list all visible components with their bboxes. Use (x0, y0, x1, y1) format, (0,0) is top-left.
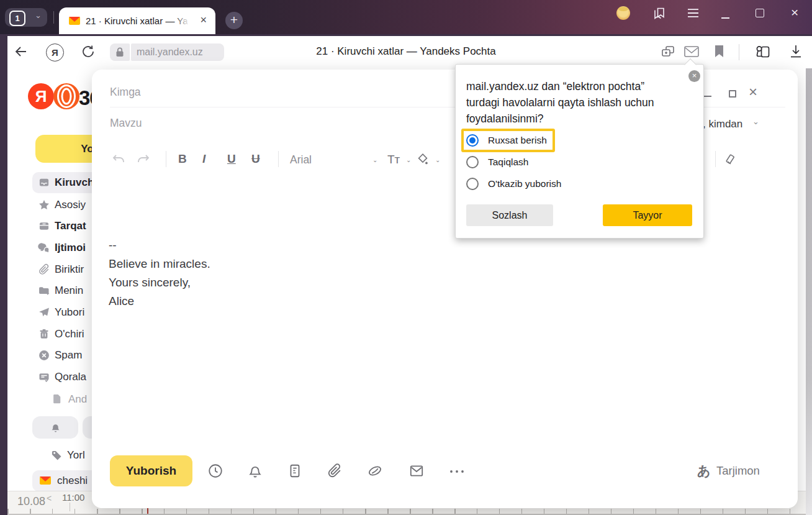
message-body[interactable]: -- Believe in miracles. Yours sincerely,… (109, 236, 210, 311)
font-size-button[interactable]: Tт (387, 153, 400, 166)
folder-label: Yorl (67, 449, 85, 462)
bold-button[interactable]: B (178, 152, 187, 166)
radio-block-label[interactable]: Taqiqlash (488, 157, 529, 168)
divider (278, 151, 279, 167)
tab-kiruvchi-xatlar[interactable]: 21 · Kiruvchi xatlar — Ya × (59, 7, 215, 34)
signature-separator: -- (109, 236, 210, 255)
subject-field[interactable]: Mavzu (110, 117, 142, 130)
dialog-message: mail.yandex.uz dan “elektron pochta” tur… (466, 78, 654, 127)
done-button[interactable]: Tayyor (603, 204, 692, 226)
dialog-message-line: mail.yandex.uz dan “elektron pochta” (466, 78, 654, 94)
sidebar-item-cheshire-account[interactable]: cheshi (32, 470, 101, 491)
browser-window: 1 ⌄ 21 · Kiruvchi xatlar — Ya × + × (0, 0, 812, 515)
chevron-left-icon[interactable]: < (47, 493, 52, 503)
folder-label: Biriktir (55, 263, 84, 276)
inbox-icon (38, 176, 50, 189)
italic-button[interactable]: I (202, 152, 205, 166)
address-bar[interactable]: mail.yandex.uz (131, 43, 224, 61)
timeline-date: 10.08 (17, 495, 45, 508)
tab-title-fade (174, 16, 192, 28)
panels-icon[interactable] (653, 7, 665, 19)
envelope-icon[interactable] (408, 463, 425, 479)
more-options-icon[interactable] (449, 469, 465, 474)
radio-skip-label[interactable]: O'tkazib yuborish (488, 178, 561, 189)
eraser-icon[interactable] (723, 152, 737, 166)
attach-paperclip-icon[interactable] (327, 463, 343, 479)
settings-button[interactable]: Sozlash (466, 204, 553, 226)
trash-icon (38, 328, 50, 340)
folder-label: Yubori (55, 306, 84, 319)
dialog-message-line: foydalanilsinmi? (466, 111, 654, 127)
paperclip-icon (38, 263, 50, 276)
back-icon[interactable] (15, 46, 27, 57)
page-title: 21 · Kiruvchi xatlar — Yandeks Pochta (316, 45, 495, 58)
signature-line: Alice (109, 292, 210, 311)
translator-button[interactable]: Tarjimon (716, 464, 760, 478)
yandex-360-logo-y: Я (28, 83, 54, 109)
radio-skip[interactable] (466, 178, 479, 190)
dialog-close-icon[interactable]: × (688, 70, 700, 82)
folder-label: Spam (55, 349, 82, 362)
to-field[interactable]: Kimga (110, 86, 141, 99)
tab-counter[interactable]: 1 ⌄ (5, 8, 47, 27)
folder-label: O'chiri (55, 328, 84, 340)
translator-icon[interactable]: あ (697, 462, 711, 480)
tab-preview-icon[interactable] (661, 45, 675, 58)
spam-icon (38, 349, 50, 362)
template-icon[interactable] (287, 463, 303, 479)
account-label: cheshi (57, 475, 88, 487)
folder-label: Ijtimoi (55, 242, 86, 254)
chevron-down-icon[interactable]: ⌄ (752, 117, 759, 126)
compose-close-button[interactable]: × (749, 83, 757, 101)
radio-block[interactable] (466, 156, 479, 168)
divider (739, 44, 739, 60)
chevron-down-icon[interactable]: ⌄ (35, 11, 42, 20)
yandex-360-logo-o (53, 83, 79, 109)
folder-label: Qorala (55, 371, 86, 383)
redo-icon[interactable] (137, 154, 150, 165)
site-security-badge[interactable] (110, 43, 130, 61)
window-close-button[interactable]: × (791, 5, 798, 20)
dialog-message-line: turdagi havolalarni qayta ishlash uchun (466, 94, 654, 111)
postcard-feather-icon[interactable] (367, 463, 383, 479)
download-icon[interactable] (789, 45, 803, 58)
font-family-select[interactable]: Arial (290, 153, 312, 166)
collections-icon[interactable] (755, 44, 771, 60)
undo-icon[interactable] (112, 154, 125, 165)
timeline-time: 11:00 (62, 492, 84, 503)
bookmark-icon[interactable] (715, 45, 724, 58)
folder-label: Tarqat (55, 220, 86, 232)
compose-minimize-button[interactable] (703, 96, 711, 97)
refresh-icon[interactable] (81, 45, 95, 58)
new-tab-button[interactable]: + (225, 12, 243, 29)
schedule-clock-icon[interactable] (207, 463, 223, 479)
tag-icon (50, 449, 63, 462)
yandex-mail-icon (69, 17, 80, 25)
divider (166, 151, 166, 167)
chevron-down-icon[interactable]: ⌄ (406, 157, 411, 163)
notifications-pill[interactable] (32, 416, 78, 439)
from-link[interactable]: , kimdan (703, 118, 742, 130)
profile-avatar[interactable] (616, 6, 630, 20)
tab-close-icon[interactable]: × (200, 14, 207, 27)
mail-shortcut-icon[interactable] (684, 46, 699, 57)
chevron-down-icon[interactable]: ⌄ (435, 157, 440, 163)
divider (715, 151, 716, 167)
window-minimize-button[interactable] (721, 17, 729, 19)
underline-button[interactable]: U (227, 152, 236, 166)
timeline-ticks (7, 509, 806, 514)
window-maximize-button[interactable] (756, 9, 764, 17)
folder-label: Kiruvchi (55, 176, 97, 189)
fill-color-icon[interactable] (416, 152, 430, 166)
menu-icon[interactable] (688, 9, 698, 17)
folder-label: Menin (55, 285, 83, 297)
send-button[interactable]: Yuborish (110, 455, 192, 486)
strikethrough-button[interactable]: U (251, 152, 260, 166)
notify-bell-icon[interactable] (247, 463, 263, 479)
folder-label: And (68, 393, 87, 406)
scrollbar[interactable] (806, 68, 812, 515)
compose-expand-button[interactable] (729, 90, 736, 98)
chevron-down-icon[interactable]: ⌄ (372, 157, 377, 163)
yandex-button[interactable]: Я (46, 43, 64, 62)
document-icon (52, 393, 63, 404)
